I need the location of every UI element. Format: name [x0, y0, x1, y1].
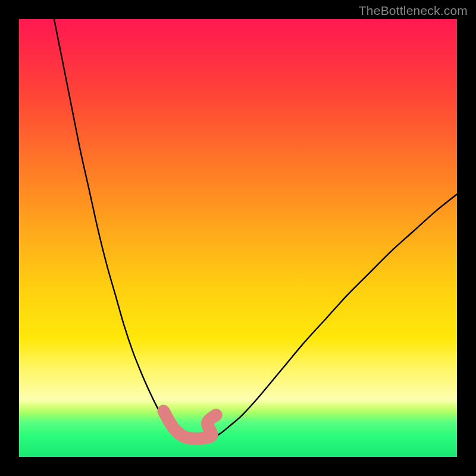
curve-layer [19, 19, 457, 457]
chart-frame: TheBottleneck.com [0, 0, 476, 476]
watermark-text: TheBottleneck.com [359, 4, 468, 18]
curve-right-path [212, 194, 457, 439]
curve-left-path [54, 19, 186, 439]
plot-area [19, 19, 457, 457]
marker-blob-path [164, 411, 216, 439]
